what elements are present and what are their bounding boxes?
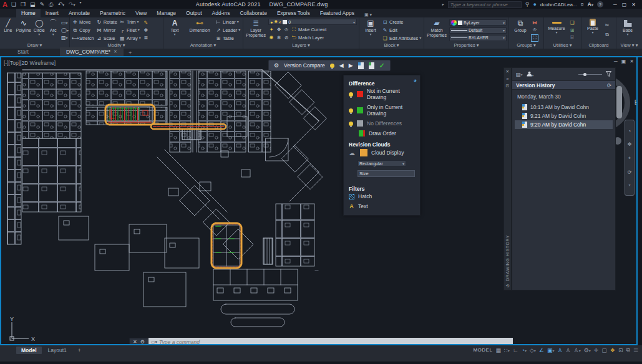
save-icon[interactable]: ⬓ xyxy=(30,1,36,8)
doc-close-icon[interactable]: ✕ xyxy=(630,59,634,64)
cloud-shape-dropdown[interactable]: Rectangular ▾ xyxy=(357,160,406,166)
previous-difference-icon[interactable]: ◀ xyxy=(339,62,344,69)
annotation-monitor-icon[interactable]: ✛ xyxy=(594,347,599,353)
zoom-icon[interactable]: ⌖ xyxy=(628,155,631,161)
undo-icon[interactable]: ↶▾ xyxy=(57,1,64,8)
date-range-slider[interactable] xyxy=(578,74,602,75)
diff-row-no-differences[interactable]: No Differences xyxy=(349,120,420,127)
annotation-visibility-icon[interactable]: ♙ xyxy=(557,347,562,353)
scale-button[interactable]: ⊿Scale xyxy=(96,34,117,42)
visibility-bulb-icon[interactable] xyxy=(349,122,353,126)
command-recent-icon[interactable]: ▭▾ xyxy=(151,340,157,345)
text-filter-icon[interactable]: A xyxy=(349,203,354,209)
base-button[interactable]: Base ▾ xyxy=(618,18,637,42)
rotate-button[interactable]: ↻Rotate xyxy=(96,19,117,26)
visibility-bulb-icon[interactable] xyxy=(349,92,353,97)
ortho-icon[interactable]: ∟ xyxy=(513,347,518,353)
diff-row-only-in-current[interactable]: Only in Current Drawing xyxy=(349,104,420,117)
match-layer-button[interactable]: ✺ ❄ ⊘ ⮌ Match Layer xyxy=(268,34,357,42)
grid-icon[interactable]: ▦ xyxy=(495,347,501,353)
command-close-icon[interactable]: ✕ xyxy=(133,339,137,345)
explode-icon[interactable]: ❖ xyxy=(143,27,149,33)
cloud-color-swatch[interactable] xyxy=(360,149,367,156)
graphics-performance-icon[interactable]: ❖ xyxy=(610,347,615,353)
save-as-icon[interactable]: ✎ xyxy=(40,1,45,8)
panel-menu-icon[interactable]: ◕ xyxy=(414,77,417,84)
view-mode-icon[interactable]: ▤▾ xyxy=(516,72,523,77)
offset-icon[interactable]: ≣ xyxy=(143,35,149,41)
group-button[interactable]: ⧉ Group xyxy=(511,18,530,42)
group-select-icon[interactable]: ⛶ xyxy=(532,35,538,41)
array-button[interactable]: ▦Array▾ xyxy=(119,34,141,42)
erase-icon[interactable]: ✎ xyxy=(143,20,149,26)
version-entry-selected[interactable]: 9:20 AM by David Cohn xyxy=(515,120,613,129)
user-filter-icon[interactable]: ▾ xyxy=(527,71,534,78)
file-tab-start[interactable]: Start xyxy=(11,47,35,56)
visibility-bulb-icon[interactable] xyxy=(349,108,353,113)
line-button[interactable]: ╱ Line xyxy=(2,18,14,42)
file-tab-dwg-compare[interactable]: DWG_COMPARE*✕ xyxy=(60,47,124,56)
layer-dropdown[interactable]: ● ✹ ◐ 0 ▾ xyxy=(268,19,357,25)
mirror-button[interactable]: ⋈Mirror xyxy=(96,27,117,34)
tab-annotate[interactable]: Annotate xyxy=(64,9,95,17)
paste-button[interactable]: Paste ▾ xyxy=(583,18,602,42)
nav-more-icon[interactable]: ▾ xyxy=(628,183,630,187)
annotation-autoscale-icon[interactable]: ♙ xyxy=(566,347,571,353)
redo-icon[interactable]: ↷▾ xyxy=(69,1,75,8)
close-tab-icon[interactable]: ✕ xyxy=(114,48,117,55)
ribbon-display-toggle-icon[interactable]: ▣ ▾ xyxy=(364,12,372,17)
tab-insert[interactable]: Insert xyxy=(41,9,64,17)
dimension-button[interactable]: ⊷ Dimension xyxy=(186,18,213,42)
command-input[interactable] xyxy=(159,339,510,345)
version-entry[interactable]: 10:13 AM by David Cohn xyxy=(515,103,613,112)
filter-funnel-icon[interactable] xyxy=(606,71,611,78)
trim-button[interactable]: ✂Trim▾ xyxy=(119,19,141,26)
arc-button[interactable]: ⌒ Arc ▾ xyxy=(47,18,60,42)
palette-autohide-icon[interactable]: » xyxy=(507,77,509,81)
filter-hatch-row[interactable]: Hatch xyxy=(349,193,420,199)
ellipse-icon[interactable]: ◯▾ xyxy=(61,27,67,33)
autocad-app-icon[interactable]: A xyxy=(0,1,11,8)
fillet-button[interactable]: ╭Fillet▾ xyxy=(119,27,141,34)
diff-color-swatch[interactable] xyxy=(357,107,363,113)
add-layout-button[interactable]: + xyxy=(73,347,86,354)
tab-manage[interactable]: Manage xyxy=(152,9,181,17)
clean-screen-icon[interactable]: ⊡ xyxy=(618,347,623,353)
leader-button[interactable]: ↗Leader▾ xyxy=(215,27,240,34)
revision-cloud-icon[interactable]: ☁ xyxy=(349,150,356,156)
doc-restore-icon[interactable]: ▣ xyxy=(621,59,626,64)
object-snap-icon[interactable]: ▣▾ xyxy=(547,347,555,353)
edit-block-button[interactable]: ✎Edit xyxy=(382,27,421,34)
compare-settings-gear-icon[interactable]: ⚙ xyxy=(274,62,279,69)
text-button[interactable]: A Text ▾ xyxy=(165,18,184,42)
search-collapse-icon[interactable]: ▸ xyxy=(442,3,444,6)
measure-button[interactable]: Measure ▾ xyxy=(546,18,567,42)
drawing-area[interactable]: [-][Top][2D Wireframe] ─ ▣ ✕ xyxy=(0,57,638,345)
version-entry[interactable]: 9:21 AM by David Cohn xyxy=(515,112,613,120)
autodesk-logo-icon[interactable]: A▾ xyxy=(588,1,594,7)
linetype-dropdown[interactable]: BYLAYER ▾ xyxy=(449,35,507,41)
orbit-icon[interactable]: ⟳ xyxy=(628,170,632,175)
import-objects-icon[interactable] xyxy=(358,62,364,69)
quick-select-icon[interactable]: ❏ xyxy=(569,20,575,26)
new-file-icon[interactable]: ❏ xyxy=(11,1,16,8)
tab-collaborate[interactable]: Collaborate xyxy=(235,9,271,17)
signed-in-user[interactable]: dcohnCADLea... xyxy=(540,2,577,7)
tab-express-tools[interactable]: Express Tools xyxy=(272,9,315,17)
new-tab-button[interactable]: + xyxy=(124,50,137,56)
polar-tracking-icon[interactable]: ◔▾ xyxy=(521,347,526,353)
next-difference-icon[interactable]: ▶ xyxy=(349,62,353,69)
cloud-size-input[interactable] xyxy=(357,170,415,177)
group-edit-icon[interactable]: ⟐ xyxy=(532,27,538,33)
ungroup-icon[interactable]: ⧓ xyxy=(532,20,538,26)
isometric-drafting-icon[interactable]: ◇▾ xyxy=(530,347,536,353)
stretch-button[interactable]: ⟷Stretch xyxy=(72,34,94,42)
edit-attributes-button[interactable]: ❏Edit Attributes▾ xyxy=(382,34,421,42)
tab-view[interactable]: View xyxy=(130,9,152,17)
tab-parametric[interactable]: Parametric xyxy=(95,9,130,17)
rectangle-icon[interactable]: ▭▾ xyxy=(61,20,67,26)
cloud-display-row[interactable]: ☁ Cloud Display xyxy=(349,149,420,156)
accept-compare-icon[interactable]: ✓ xyxy=(379,62,385,70)
table-button[interactable]: ⊞Table xyxy=(215,34,240,42)
restore-icon[interactable]: ▢ xyxy=(622,2,627,7)
